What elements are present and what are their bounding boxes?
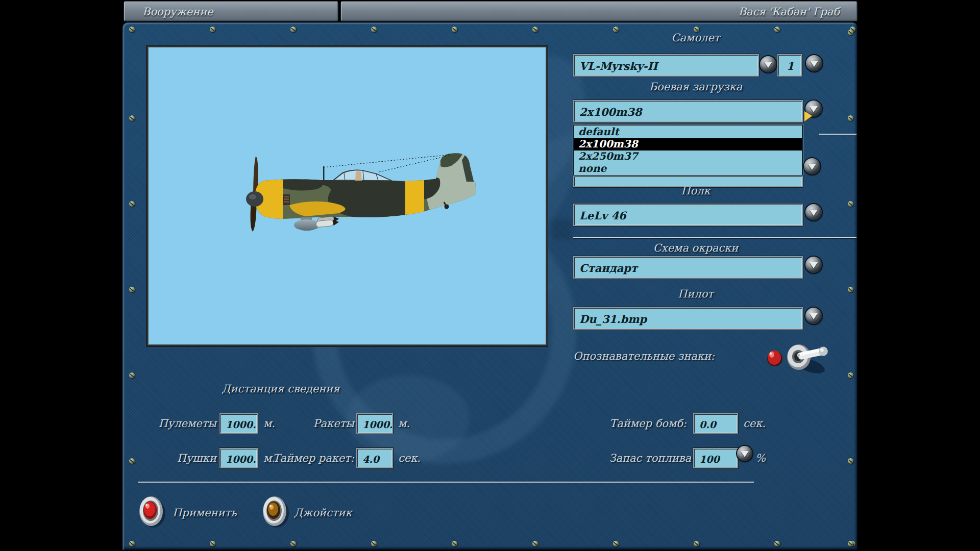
loadout-option-2x100m38[interactable]: 2x100m38 [574,138,802,151]
joystick-button-label: Джойстик [294,507,352,519]
screw-icon [774,541,780,546]
pilot-name-header: Вася 'Кабан' Граб [340,1,857,21]
rocket-timer-input[interactable]: 4.0 [356,448,393,468]
loadout-extra-spinner-button[interactable] [804,158,820,174]
markings-indicator-lamp [765,347,785,368]
rockets-unit: м. [398,417,410,430]
rockets-label: Ракеты [250,417,354,430]
screw-icon [848,115,853,121]
screw-icon [848,372,853,378]
machineguns-label: Пулеметы [117,417,216,430]
screw-icon [129,201,135,207]
paint-select[interactable]: Стандарт [573,256,803,279]
bomb-timer-unit: сек. [743,417,766,430]
screw-icon [129,115,135,121]
screw-icon [129,287,135,292]
count-spinner-button[interactable] [806,55,822,71]
bomb-timer-label: Таймер бомб: [587,417,687,430]
bomb-timer-input[interactable]: 0.0 [693,413,738,434]
screw-icon [452,541,457,546]
tab-armament-label: Вооружение [142,6,213,18]
rocket-timer-label: Таймер ракет: [230,452,354,464]
rocket-timer-unit: сек. [398,452,421,464]
apply-button-label: Применить [173,507,237,519]
markings-label: Опознавательные знаки: [573,350,715,362]
screw-icon [694,541,699,546]
paint-spinner-button[interactable] [805,257,822,273]
screw-icon [532,27,538,32]
screw-icon [848,201,853,207]
screw-icon [532,541,538,546]
tab-armament[interactable]: Вооружение [124,1,338,21]
aircraft-select[interactable]: VL-Myrsky-II [573,54,759,77]
separator-line-fragment [819,134,856,135]
loadout-section-label: Боевая загрузка [573,81,818,93]
screw-icon [290,541,296,546]
loadout-select[interactable]: 2x100m38 [573,100,803,122]
aircraft-count-input[interactable]: 1 [777,54,802,77]
markings-toggle-switch[interactable] [783,338,845,379]
screw-icon [290,27,296,32]
joystick-button[interactable] [260,494,291,530]
separator-line [573,237,856,238]
aircraft-preview [146,45,548,346]
screw-icon [371,541,377,546]
screw-icon [848,30,853,35]
screw-icon [848,541,853,546]
loadout-option-none[interactable]: none [574,163,802,175]
apply-button[interactable] [137,494,167,530]
screw-icon [129,27,135,32]
screw-icon [848,458,853,464]
armament-screen: Вооружение Вася 'Кабан' Граб [0,0,980,551]
loadout-option-default[interactable]: default [574,126,802,138]
screw-icon [129,372,135,378]
paint-section-label: Схема окраски [573,242,818,254]
screw-icon [452,27,457,32]
rockets-input[interactable]: 1000.0 [356,413,393,434]
screw-icon [210,27,215,32]
aircraft-image [148,47,546,345]
bottom-separator-line [138,482,754,483]
fuel-label: Запас топлива [587,452,691,464]
loadout-options-list: default2x100m382x250m37none [573,124,803,177]
screw-icon [613,541,619,546]
fuel-input[interactable]: 100 [693,448,738,468]
pilot-spinner-button[interactable] [805,308,822,324]
loadout-option-2x250m37[interactable]: 2x250m37 [574,151,802,163]
regiment-spinner-button[interactable] [805,204,822,220]
screw-icon [848,287,853,292]
fuel-unit: % [755,452,766,464]
regiment-select[interactable]: LeLv 46 [573,204,803,226]
pilot-section-label: Пилот [573,288,818,300]
screw-icon [129,541,135,546]
pilot-select[interactable]: Du_31.bmp [573,307,803,330]
cannons-label: Пушки [117,452,216,464]
pilot-name-label: Вася 'Кабан' Граб [739,6,840,18]
screw-icon [210,541,215,546]
screw-icon [371,27,377,32]
convergence-title: Дистанция сведения [168,383,393,395]
aircraft-spinner-button[interactable] [760,56,776,72]
aircraft-section-label: Самолет [573,32,818,44]
regiment-section-label: Полк [573,185,818,197]
mouse-cursor-icon [804,111,812,121]
fuel-spinner-button[interactable] [737,446,752,461]
